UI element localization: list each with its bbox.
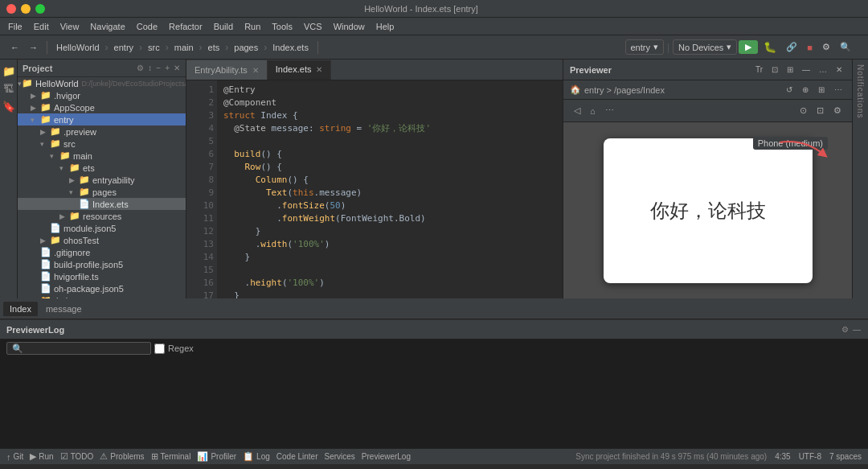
tree-hvigor1[interactable]: ▶ 📁 .hvigor — [18, 89, 186, 101]
prev-menu-icon[interactable]: ⋯ — [601, 104, 618, 117]
log-content — [0, 357, 868, 448]
previewer-close-icon[interactable]: ✕ — [833, 64, 845, 75]
entry-dropdown[interactable]: entry ▾ — [625, 39, 664, 55]
tab-close-index[interactable]: ✕ — [316, 65, 322, 74]
tree-entryability[interactable]: ▶ 📁 entryability — [18, 174, 186, 186]
log-search-input[interactable] — [6, 342, 151, 355]
sidebar-expand-icon[interactable]: + — [164, 63, 170, 73]
tree-hvigorfile1[interactable]: 📄 hvigorfile.ts — [18, 270, 186, 282]
prev-grid-btn[interactable]: ⊞ — [815, 84, 828, 95]
tab-message-bottom[interactable]: message — [39, 302, 88, 316]
bookmark-icon[interactable]: 🔖 — [1, 98, 17, 114]
toolbar-back-btn[interactable]: ← — [6, 41, 23, 54]
menu-refactor[interactable]: Refactor — [164, 20, 207, 33]
prev-zoom-btn[interactable]: ⊕ — [799, 84, 812, 95]
menu-build[interactable]: Build — [209, 20, 238, 33]
toolbar-forward-btn[interactable]: → — [25, 41, 42, 54]
prev-frame-btn[interactable]: ⊡ — [813, 104, 828, 117]
project-icon[interactable]: 📁 — [1, 63, 17, 79]
close-button[interactable] — [6, 4, 16, 14]
prev-play-icon[interactable]: ◁ — [570, 104, 584, 117]
stop-btn[interactable]: ■ — [803, 41, 817, 54]
menu-code[interactable]: Code — [132, 20, 162, 33]
sidebar-collapse-icon[interactable]: − — [155, 63, 162, 73]
settings-btn[interactable]: ⚙ — [818, 40, 834, 54]
tree-buildprofile1[interactable]: 📄 build-profile.json5 — [18, 258, 186, 270]
search-btn[interactable]: 🔍 — [836, 40, 855, 54]
tree-gitignore1[interactable]: 📄 .gitignore — [18, 246, 186, 258]
previewer-btn2[interactable]: ⊡ — [768, 64, 781, 75]
prev-home-icon[interactable]: ⌂ — [586, 105, 600, 117]
services-status[interactable]: Services — [324, 452, 354, 461]
menu-file[interactable]: File — [3, 20, 27, 33]
log-close-icon[interactable]: — — [852, 324, 862, 335]
profiler-status[interactable]: 📊 Profiler — [197, 451, 236, 462]
tab-entryability[interactable]: EntryAbility.ts ✕ — [186, 60, 268, 80]
tree-src[interactable]: ▾ 📁 src — [18, 138, 186, 150]
prev-refresh-btn[interactable]: ↺ — [783, 84, 796, 95]
attach-btn[interactable]: 🔗 — [782, 40, 801, 54]
menu-navigate[interactable]: Navigate — [85, 20, 129, 33]
tree-ohpackage1[interactable]: 📄 oh-package.json5 — [18, 282, 186, 294]
previewer-gear-icon[interactable]: — — [799, 64, 813, 75]
menu-view[interactable]: View — [55, 20, 84, 33]
sidebar-sort-icon[interactable]: ↕ — [147, 63, 153, 73]
log-status[interactable]: 📋 Log — [243, 451, 270, 462]
device-dropdown[interactable]: No Devices ▾ — [673, 39, 737, 55]
notifications-label[interactable]: Notifications — [854, 61, 866, 121]
previewer-settings-icon[interactable]: Tr — [752, 64, 766, 75]
minimize-button[interactable] — [21, 4, 31, 14]
tree-helloworld[interactable]: ▾ 📁 HelloWorld D:/[unke]/DevEcoStudioPro… — [18, 77, 186, 89]
prev-more-btn[interactable]: ⋯ — [831, 84, 845, 95]
tree-preview[interactable]: ▶ 📁 .preview — [18, 125, 186, 138]
main-btn[interactable]: main — [170, 41, 198, 54]
menu-tools[interactable]: Tools — [267, 20, 297, 33]
prev-inspect-btn[interactable]: ⊙ — [796, 104, 811, 117]
pages-btn[interactable]: pages — [230, 41, 262, 54]
regex-checkbox[interactable] — [154, 344, 165, 354]
tree-pages[interactable]: ▾ 📁 pages — [18, 186, 186, 198]
menu-edit[interactable]: Edit — [29, 20, 54, 33]
menu-help[interactable]: Help — [371, 20, 399, 33]
previewerlog-header: PreviewerLog ⚙ — — [0, 320, 868, 339]
codelinter-status[interactable]: Code Linter — [276, 452, 318, 461]
tree-entry[interactable]: ▾ 📁 entry — [18, 113, 186, 125]
src-btn[interactable]: src — [144, 41, 164, 54]
code-editor[interactable]: @Entry @Component struct Index { @State … — [217, 80, 563, 298]
tree-hvigor2[interactable]: ▶ 📁 .hvigor — [18, 294, 186, 298]
previewer-btn3[interactable]: ⊞ — [784, 64, 796, 75]
previewer-more-icon[interactable]: … — [816, 64, 830, 75]
menu-window[interactable]: Window — [329, 20, 370, 33]
tree-ohostest[interactable]: ▶ 📁 ohosTest — [18, 234, 186, 246]
terminal-status[interactable]: ⊞ Terminal — [151, 451, 191, 462]
tree-main[interactable]: ▾ 📁 main — [18, 150, 186, 162]
index-file-btn[interactable]: Index.ets — [268, 41, 313, 54]
tree-appscope[interactable]: ▶ 📁 AppScope — [18, 101, 186, 113]
prev-settings-btn[interactable]: ⚙ — [829, 104, 845, 117]
menu-vcs[interactable]: VCS — [299, 20, 327, 33]
tree-modulejson[interactable]: 📄 module.json5 — [18, 222, 186, 234]
debug-btn[interactable]: 🐛 — [760, 39, 780, 55]
window-controls[interactable] — [6, 4, 45, 14]
tree-resources[interactable]: ▶ 📁 resources — [18, 210, 186, 222]
entry-btn[interactable]: entry — [110, 41, 137, 54]
tab-close-entryability[interactable]: ✕ — [252, 66, 259, 75]
tab-index[interactable]: Index.ets ✕ — [268, 60, 332, 80]
todo-status[interactable]: ☑ TODO — [60, 451, 94, 462]
helloworld-btn[interactable]: HelloWorld — [52, 41, 104, 54]
run-status[interactable]: ▶ Run — [30, 451, 53, 462]
log-settings-icon[interactable]: ⚙ — [841, 324, 850, 335]
previewerlog-status[interactable]: PreviewerLog — [362, 452, 411, 461]
menu-run[interactable]: Run — [240, 20, 265, 33]
tree-ets[interactable]: ▾ 📁 ets — [18, 162, 186, 174]
tree-index-ets[interactable]: 📄 Index.ets — [18, 198, 186, 210]
run-button[interactable]: ▶ — [739, 40, 758, 54]
sidebar-close-icon[interactable]: ✕ — [173, 63, 181, 73]
problems-status[interactable]: ⚠ Problems — [100, 451, 144, 462]
ets-btn[interactable]: ets — [204, 41, 224, 54]
sidebar-settings-icon[interactable]: ⚙ — [136, 63, 145, 73]
git-status[interactable]: ↑ Git — [6, 452, 23, 462]
maximize-button[interactable] — [35, 4, 45, 14]
structure-icon[interactable]: 🏗 — [1, 80, 17, 97]
tab-index-bottom[interactable]: Index — [3, 302, 38, 316]
